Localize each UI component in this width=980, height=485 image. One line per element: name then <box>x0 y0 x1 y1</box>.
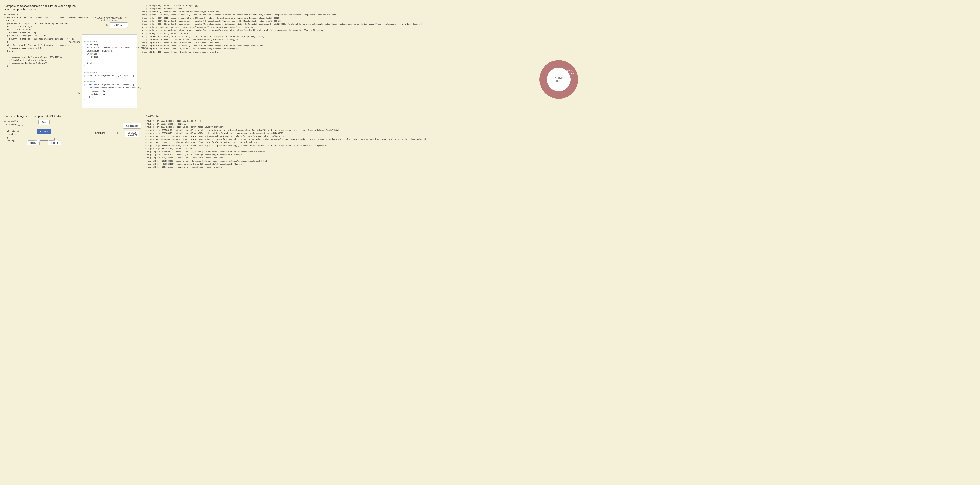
slot-table-bottom-row-7: Group(7) key=1036442245, nodes=0, size=2… <box>145 141 976 144</box>
code-line-5: Node1() <box>89 56 100 58</box>
slot-reader-panel: SlotReader Changed Group 9-12 <box>123 115 141 137</box>
page-container: Compare composable function and SlotTabl… <box>4 4 976 169</box>
code-line-7: Node2() <box>87 62 95 64</box>
middle-panel: compare with SlotTable and skip Node2 Sl… <box>81 4 137 108</box>
annotation-3: @Composable <box>84 81 97 83</box>
donut-outer-label-2: recompose <box>562 72 574 75</box>
tree-node2-label: Node2 <box>51 142 58 144</box>
code-line-4: if (state) { <box>87 53 100 55</box>
slot-table-top-row-0: Group(0) key=100, nodes=2, size=16, slot… <box>142 4 976 7</box>
code-line-3: LaunchedEffect(Unit) {...} <box>87 50 117 52</box>
top-section: Compare composable function and SlotTabl… <box>4 4 976 108</box>
code-line-11: ReusableComposeNode<Node,Node2, NodeAppl… <box>87 87 141 89</box>
slot-table-data-bottom: Group(0) key=100, nodes=2, size=16, slot… <box>145 120 976 169</box>
code-line-6: } <box>87 59 88 61</box>
slot-table-bottom-row-3: Group(3) key=-985533172, nodes=2, size=1… <box>145 129 976 132</box>
donut-outer-label: Content() <box>563 69 573 72</box>
code-line-15: } <box>84 99 85 102</box>
slot-table-top-row-6: Group(6) key=-3686930, nodes=0, size=1 a… <box>142 23 976 26</box>
slot-table-bottom-row-14: Group(14) key=-2103251527, nodes=1, size… <box>145 163 976 166</box>
slot-table-top-row-4: Group(4) key=-337786919, nodes=2, size=1… <box>142 17 976 20</box>
slot-table-bottom-row-2: Group(2) key=200, nodes=2, size=14 objec… <box>145 126 976 129</box>
annotation-1: @Composable <box>84 41 97 43</box>
bottom-section: Create a change list to compare with Slo… <box>4 115 976 169</box>
slot-table-bottom-row-13: Group(13) key=1815933391, nodes=1, size=… <box>145 160 976 163</box>
top-left-code: @Composable private static final void No… <box>4 13 77 68</box>
slot-table-top-row-9: Group(9) key=-337786731, nodes=1, size=4 <box>142 32 976 35</box>
bottom-section-title: Create a change list to compare with Slo… <box>4 115 77 118</box>
slot-table-bottom-row-0: Group(0) key=100, nodes=2, size=16, slot… <box>145 120 976 123</box>
root-connector <box>44 125 44 129</box>
composable-code-box: @Composable fun Content() { var state by… <box>81 34 137 108</box>
code-line-13: update = {...}, <box>87 93 109 95</box>
slot-table-top-row-1: Group(1) key=1000, nodes=2, size=15 <box>142 7 976 10</box>
slot-table-bottom-row-11: Group(11) key=-2103251527, nodes=1, size… <box>145 153 976 156</box>
slot-table-top-row-11: Group(11) key=-2103251527, nodes=1, size… <box>142 38 976 41</box>
slot-table-bottom-row-12: Group(12) key=125, nodes=0, size=1 node=… <box>145 156 976 160</box>
slot-table-top-row-2: Group(2) key=200, nodes=2, size=14 objec… <box>142 11 976 14</box>
slot-reader-box-bottom: SlotReader <box>123 123 141 129</box>
slot-table-bottom-row-15: Group(15) key=125, nodes=0, size=1 node=… <box>145 166 976 169</box>
slot-table-data-top: Group(0) key=100, nodes=2, size=16, slot… <box>142 4 976 54</box>
code-line-1: fun Content() { <box>84 44 102 46</box>
code-line-9: private fun Node1(name: String = "node1"… <box>84 75 139 77</box>
slot-table-top-row-7: Group(7) key=1036442245, nodes=0, size=2… <box>142 26 976 29</box>
donut-inner-label-2: (skip) <box>556 80 561 82</box>
slot-table-bottom-row-5: Group(5) key=-3687241, nodes=0, size=1 a… <box>145 135 976 138</box>
tree-content-node: Content <box>37 129 51 134</box>
left-panel: Compare composable function and SlotTabl… <box>4 4 77 68</box>
slot-table-top-row-3: Group(3) key=-985533172, nodes=2, size=1… <box>142 14 976 16</box>
code-line-10: private fun Node2(name: String = "node2"… <box>84 84 134 86</box>
node1-v-connector <box>33 138 33 140</box>
slot-table-bottom-row-8: Group(8) key=-3686930, nodes=0, size=1 a… <box>145 144 976 147</box>
donut-inner-label: Node2() <box>555 77 562 79</box>
compare-label: Compare <box>95 132 105 134</box>
code-line-8: } <box>84 65 85 68</box>
slot-table-top-row-5: Group(5) key=-3687241, nodes=0, size=1 a… <box>142 20 976 23</box>
tree-node1-node: Node1 <box>27 140 40 145</box>
slot-table-title: SlotTable <box>145 115 976 118</box>
slot-table-bottom-row-9: Group(9) key=-337786731, nodes=1, size=4 <box>145 147 976 150</box>
top-section-title: Compare composable function and SlotTabl… <box>4 4 77 11</box>
bottom-left-code: @Composable fun Content() { ... if (stat… <box>4 120 23 146</box>
slot-table-bottom-row-4: Group(4) key=-337786919, nodes=2, size=1… <box>145 132 976 135</box>
tree-root-node: Root <box>38 120 49 125</box>
right-panel: Group(0) key=100, nodes=2, size=16, slot… <box>142 4 976 103</box>
arrow-right-icon <box>91 25 108 26</box>
donut-chart: Content() recompose Node2() (skip) <box>535 56 582 103</box>
code-line-14: ) <box>87 96 90 98</box>
bottom-left-panel: Create a change list to compare with Slo… <box>4 115 77 146</box>
code-line-12: factory = {...}, <box>87 90 110 93</box>
skip-label: skip <box>75 93 80 95</box>
content-connector <box>44 134 44 138</box>
tree-node2-node: Node2 <box>48 140 61 145</box>
slot-table-top-row-10: Group(10) key=1815933093, nodes=1, size=… <box>142 35 976 38</box>
tree-root-label: Root <box>41 121 46 123</box>
tree-content-label: Content <box>40 130 48 133</box>
code-line-2: var state by remember { mutableStateOf( … <box>87 47 150 49</box>
slot-table-bottom-row-10: Group(10) key=1815933093, nodes=1, size=… <box>145 150 976 153</box>
slot-table-top-row-14: Group(14) key=-2103251527, nodes=1, size… <box>142 48 976 51</box>
annotation-2: @Composable <box>84 72 97 73</box>
changed-badge: Changed Group 9-12 <box>125 131 139 137</box>
compare-arrow-section: Compare <box>81 115 119 134</box>
slot-reader-box-top: SlotReader <box>110 22 128 28</box>
donut-container: Content() recompose Node2() (skip) <box>142 56 976 103</box>
slot-table-top-row-8: Group(8) key=-3686930, nodes=0, size=1 a… <box>142 29 976 32</box>
tree-node1-label: Node1 <box>30 142 37 144</box>
slot-table-top-row-13: Group(13) key=1815933391, nodes=1, size=… <box>142 45 976 48</box>
slot-table-bottom-row-1: Group(1) key=1000, nodes=2, size=15 <box>145 123 976 126</box>
slot-table-top-row-15: Group(15) key=125, nodes=0, size=1 node=… <box>142 51 976 54</box>
slot-table-section: SlotTable Group(0) key=100, nodes=2, siz… <box>145 115 976 169</box>
node2-v-connector <box>54 138 55 140</box>
slot-table-top-row-12: Group(12) key=125, nodes=0, size=1 node=… <box>142 41 976 45</box>
compare-arrow-label: compare with SlotTable and skip Node2 <box>97 17 122 21</box>
slot-table-bottom-row-6: Group(6) key=-3686930, nodes=0, size=1 a… <box>145 138 976 141</box>
recompose-label: recompose <box>69 41 80 43</box>
